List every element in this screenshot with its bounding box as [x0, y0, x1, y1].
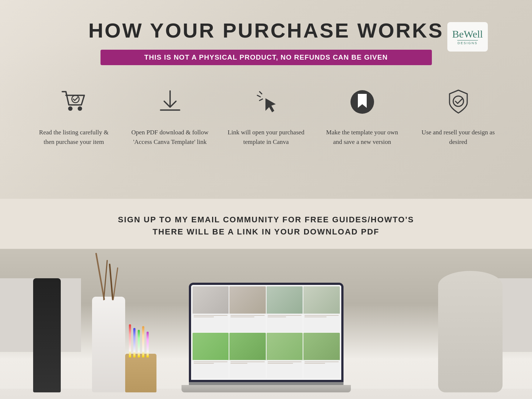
step-2-text: Open PDF download & follow 'Access Canva… [130, 128, 211, 146]
svg-point-11 [453, 96, 464, 106]
shield-check-icon [444, 87, 473, 117]
screen-thumb-6 [229, 333, 266, 378]
top-section: BeWell DESIGNS HOW YOUR PURCHASE WORKS T… [0, 0, 532, 199]
signup-line1: SIGN UP TO MY EMAIL COMMUNITY FOR FREE G… [118, 215, 414, 224]
download-icon [155, 87, 185, 117]
svg-line-7 [260, 99, 263, 100]
bottom-photo-section [0, 249, 532, 399]
round-vase [438, 271, 503, 392]
step-1-text: Read the listing carefully & then purcha… [34, 128, 114, 146]
logo-divider [457, 40, 478, 40]
pencil-purple [147, 332, 149, 357]
laptop-screen-content [191, 285, 341, 380]
step-2-icon-container [152, 84, 189, 120]
step-3: Link will open your purchased template i… [226, 84, 307, 146]
pencil-orange [142, 326, 144, 357]
logo-subtext: DESIGNS [458, 41, 478, 45]
warning-banner: THIS IS NOT A PHYSICAL PRODUCT, NO REFUN… [101, 50, 432, 65]
laptop-hinge [189, 382, 343, 385]
pencil-blue [133, 328, 135, 357]
page-title: HOW YOUR PURCHASE WORKS [22, 15, 510, 42]
white-vase [92, 297, 125, 392]
screen-thumb-2 [229, 286, 266, 332]
svg-line-5 [260, 92, 262, 94]
signup-title: SIGN UP TO MY EMAIL COMMUNITY FOR FREE G… [22, 213, 510, 238]
step-5: Use and resell your design as desired [418, 84, 499, 146]
black-vase [33, 278, 61, 392]
pencil-red [129, 324, 131, 357]
step-3-text: Link will open your purchased template i… [226, 128, 307, 146]
step-5-icon-container [440, 84, 477, 120]
svg-line-6 [257, 95, 260, 97]
step-4-icon-container [344, 84, 381, 120]
step-1: Read the listing carefully & then purcha… [34, 84, 114, 146]
bookmark-circle-icon [348, 87, 377, 117]
svg-marker-8 [265, 98, 276, 112]
step-2: Open PDF download & follow 'Access Canva… [130, 84, 211, 146]
cursor-click-icon [251, 87, 281, 117]
laptop-base [182, 385, 351, 392]
signup-section: SIGN UP TO MY EMAIL COMMUNITY FOR FREE G… [0, 199, 532, 249]
screen-thumb-5 [193, 333, 229, 378]
pencil-cup [125, 354, 156, 392]
signup-line2: THERE WILL BE A LINK IN YOUR DOWNLOAD PD… [152, 227, 379, 236]
brand-logo: BeWell DESIGNS [447, 22, 488, 52]
step-4: Make the template your own and save a ne… [322, 84, 403, 146]
screen-thumb-4 [303, 286, 340, 332]
step-4-text: Make the template your own and save a ne… [322, 128, 403, 146]
svg-point-0 [68, 106, 73, 111]
cart-check-icon [59, 87, 89, 117]
screen-thumb-3 [267, 286, 303, 332]
svg-point-1 [78, 106, 82, 111]
pencil-green [138, 330, 140, 357]
step-3-icon-container [248, 84, 285, 120]
screen-thumb-8 [303, 333, 340, 378]
step-5-text: Use and resell your design as desired [418, 128, 499, 146]
logo-text: BeWell [452, 29, 483, 39]
laptop-screen [189, 283, 343, 382]
steps-container: Read the listing carefully & then purcha… [22, 84, 510, 146]
laptop [182, 283, 351, 392]
screen-thumb-7 [267, 333, 303, 378]
step-1-icon-container [56, 84, 92, 120]
screen-thumb-1 [193, 286, 229, 332]
